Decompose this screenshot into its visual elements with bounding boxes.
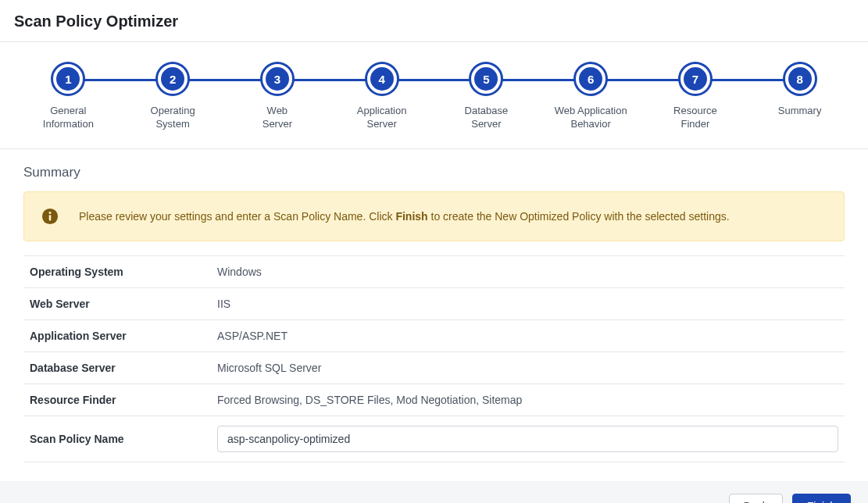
back-button[interactable]: Back xyxy=(729,494,783,503)
step-connector xyxy=(591,79,695,81)
step-connector xyxy=(486,79,591,81)
step-label: Web Server xyxy=(263,105,292,131)
wizard-step-8[interactable]: 8Summary xyxy=(748,64,852,118)
table-row: Operating SystemWindows xyxy=(23,255,845,287)
step-circle: 5 xyxy=(471,64,501,94)
info-banner: Please review your settings and enter a … xyxy=(23,191,845,241)
step-circle: 6 xyxy=(576,64,605,94)
page-title: Scan Policy Optimizer xyxy=(0,0,868,42)
step-circle: 2 xyxy=(158,64,188,94)
row-value: Windows xyxy=(211,255,845,287)
step-label: Resource Finder xyxy=(673,105,717,131)
step-circle: 3 xyxy=(263,64,292,94)
table-row: Application ServerASP/ASP.NET xyxy=(23,319,845,351)
scan-policy-name-input[interactable] xyxy=(217,426,838,452)
wizard-footer: Back Finish xyxy=(0,481,868,503)
summary-section: Summary Please review your settings and … xyxy=(0,149,868,481)
table-row: Database ServerMicrosoft SQL Server xyxy=(23,351,845,383)
table-row: Resource FinderForced Browsing, DS_STORE… xyxy=(23,383,845,416)
step-connector xyxy=(382,79,487,81)
info-banner-bold: Finish xyxy=(395,210,427,223)
svg-point-2 xyxy=(49,212,52,214)
row-value: IIS xyxy=(211,287,845,319)
step-circle: 8 xyxy=(785,64,815,94)
step-label: Database Server xyxy=(465,105,509,131)
row-value xyxy=(211,416,845,462)
step-circle: 7 xyxy=(680,64,710,94)
wizard-step-7[interactable]: 7Resource Finder xyxy=(643,64,748,131)
row-label: Application Server xyxy=(23,319,211,351)
row-label: Resource Finder xyxy=(23,383,211,416)
step-label: Summary xyxy=(778,105,822,118)
step-label: Web Application Behavior xyxy=(555,105,627,131)
wizard-step-3[interactable]: 3Web Server xyxy=(225,64,330,131)
svg-rect-1 xyxy=(49,215,52,220)
step-label: General Information xyxy=(43,105,94,131)
row-label: Operating System xyxy=(23,255,211,287)
row-value: Microsoft SQL Server xyxy=(211,351,845,383)
step-circle: 1 xyxy=(53,64,83,94)
wizard-step-5[interactable]: 5Database Server xyxy=(434,64,539,131)
row-label: Web Server xyxy=(23,287,211,319)
row-label: Scan Policy Name xyxy=(23,416,211,462)
step-connector xyxy=(695,79,800,81)
step-connector xyxy=(173,79,277,81)
step-label: Application Server xyxy=(357,105,407,131)
row-label: Database Server xyxy=(23,351,211,383)
wizard-step-1[interactable]: 1General Information xyxy=(16,64,121,131)
finish-button[interactable]: Finish xyxy=(792,494,851,503)
info-icon xyxy=(41,208,59,225)
wizard-step-6[interactable]: 6Web Application Behavior xyxy=(538,64,643,131)
step-circle: 4 xyxy=(367,64,397,94)
step-label: Operating System xyxy=(151,105,195,131)
step-connector xyxy=(277,79,382,81)
table-row-policy-name: Scan Policy Name xyxy=(23,416,845,462)
wizard-step-4[interactable]: 4Application Server xyxy=(330,64,434,131)
info-banner-suffix: to create the New Optimized Policy with … xyxy=(428,210,730,223)
row-value: ASP/ASP.NET xyxy=(211,319,845,351)
info-banner-text: Please review your settings and enter a … xyxy=(79,210,730,223)
row-value: Forced Browsing, DS_STORE Files, Mod Neg… xyxy=(211,383,845,416)
stepper-container: 1General Information2Operating System3We… xyxy=(0,42,868,149)
summary-table: Operating SystemWindowsWeb ServerIISAppl… xyxy=(23,255,845,462)
info-banner-prefix: Please review your settings and enter a … xyxy=(79,210,395,223)
step-connector xyxy=(68,79,173,81)
table-row: Web ServerIIS xyxy=(23,287,845,319)
wizard-step-2[interactable]: 2Operating System xyxy=(120,64,225,131)
section-heading: Summary xyxy=(23,165,845,180)
